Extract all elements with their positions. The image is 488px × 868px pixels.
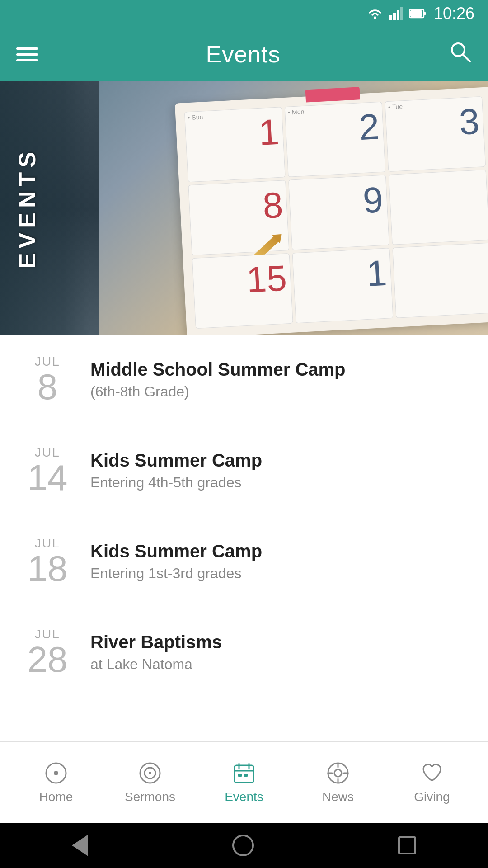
event-date: JUL 14 [23,445,72,496]
android-navigation [0,823,488,868]
svg-rect-19 [238,774,242,777]
hero-calendar-image: • Sun 1 • Mon 2 • Tue 3 8 9 [175,87,488,335]
android-back-button[interactable] [72,835,88,856]
svg-rect-4 [400,7,403,20]
giving-icon [420,761,444,785]
sermons-icon [138,761,162,785]
status-bar: 10:26 [0,0,488,27]
event-item[interactable]: JUL 18 Kids Summer Camp Entering 1st-3rd… [0,516,488,607]
svg-point-22 [334,769,342,777]
event-item[interactable]: JUL 14 Kids Summer Camp Entering 4th-5th… [0,425,488,516]
svg-rect-3 [397,10,399,20]
nav-label-home: Home [39,790,73,804]
svg-rect-7 [410,10,422,17]
svg-point-14 [149,772,151,774]
svg-rect-2 [393,13,396,20]
svg-line-9 [463,55,470,61]
nav-item-sermons[interactable]: Sermons [103,761,197,804]
home-icon [44,761,68,785]
event-item[interactable]: JUL 8 Middle School Summer Camp (6th-8th… [0,335,488,425]
nav-label-events: Events [225,790,263,804]
search-button[interactable] [448,40,472,69]
event-info: River Baptisms at Lake Natoma [90,632,465,673]
nav-item-events[interactable]: Events [197,761,291,804]
event-item[interactable]: JUL 28 River Baptisms at Lake Natoma [0,607,488,698]
svg-rect-6 [424,12,426,15]
svg-rect-1 [389,15,392,20]
wifi-icon [367,7,383,20]
battery-icon [409,8,426,19]
nav-item-home[interactable]: Home [9,761,103,804]
event-info: Kids Summer Camp Entering 4th-5th grades [90,450,465,491]
signal-icon [389,7,403,20]
android-home-button[interactable] [232,835,254,856]
nav-item-giving[interactable]: Giving [385,761,479,804]
events-list: JUL 8 Middle School Summer Camp (6th-8th… [0,335,488,741]
menu-button[interactable] [16,47,38,61]
events-icon [232,761,256,785]
app-bar: Events [0,27,488,81]
hero-title: EVENTS [14,99,41,316]
hero-banner: • Sun 1 • Mon 2 • Tue 3 8 9 [0,81,488,335]
event-date: JUL 28 [23,627,72,678]
android-recents-button[interactable] [398,836,416,854]
event-info: Kids Summer Camp Entering 1st-3rd grades [90,541,465,582]
news-icon [326,761,350,785]
nav-label-news: News [322,790,354,804]
nav-item-news[interactable]: News [291,761,385,804]
status-time: 10:26 [434,4,474,23]
event-info: Middle School Summer Camp (6th-8th Grade… [90,359,465,400]
bottom-navigation: Home Sermons Events News [0,741,488,823]
nav-label-sermons: Sermons [125,790,175,804]
event-date: JUL 18 [23,536,72,587]
svg-point-11 [54,771,58,775]
status-icons [367,7,426,20]
svg-point-0 [374,17,376,19]
page-title: Events [206,41,281,68]
svg-rect-20 [244,774,248,777]
nav-label-giving: Giving [414,790,450,804]
event-date: JUL 8 [23,354,72,405]
